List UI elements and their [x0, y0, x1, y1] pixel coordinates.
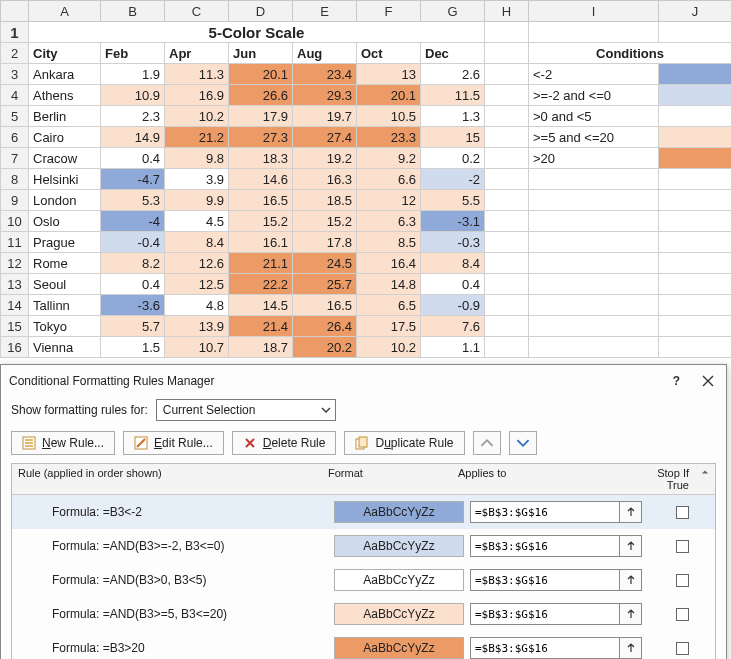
cell-value[interactable]: 3.9: [165, 169, 229, 190]
cell-value[interactable]: 6.6: [357, 169, 421, 190]
cell-city[interactable]: Cracow: [29, 148, 101, 169]
table-header[interactable]: Aug: [293, 43, 357, 64]
cell-value[interactable]: 27.4: [293, 127, 357, 148]
cell-value[interactable]: 12: [357, 190, 421, 211]
cell-value[interactable]: 8.2: [101, 253, 165, 274]
cell-value[interactable]: 9.8: [165, 148, 229, 169]
cell-value[interactable]: 26.6: [229, 85, 293, 106]
cell-value[interactable]: 18.7: [229, 337, 293, 358]
cell-value[interactable]: 1.1: [421, 337, 485, 358]
col-head[interactable]: I: [529, 1, 659, 22]
cell-value[interactable]: 14.8: [357, 274, 421, 295]
cell-value[interactable]: 16.3: [293, 169, 357, 190]
help-icon[interactable]: ?: [673, 374, 680, 388]
row-head[interactable]: 6: [1, 127, 29, 148]
row-head[interactable]: 14: [1, 295, 29, 316]
cell-value[interactable]: 16.5: [293, 295, 357, 316]
col-head[interactable]: G: [421, 1, 485, 22]
cell-value[interactable]: 27.3: [229, 127, 293, 148]
col-head[interactable]: H: [485, 1, 529, 22]
cell-city[interactable]: Vienna: [29, 337, 101, 358]
cell-value[interactable]: 5.7: [101, 316, 165, 337]
stop-if-true-checkbox[interactable]: [676, 574, 689, 587]
row-head[interactable]: 13: [1, 274, 29, 295]
cell-value[interactable]: -4.7: [101, 169, 165, 190]
cell-value[interactable]: -3.6: [101, 295, 165, 316]
select-all-corner[interactable]: [1, 1, 29, 22]
row-head[interactable]: 3: [1, 64, 29, 85]
cell-value[interactable]: -2: [421, 169, 485, 190]
cell-value[interactable]: 12.6: [165, 253, 229, 274]
cell-value[interactable]: 10.7: [165, 337, 229, 358]
table-header[interactable]: Apr: [165, 43, 229, 64]
cell-value[interactable]: 23.4: [293, 64, 357, 85]
stop-if-true-checkbox[interactable]: [676, 506, 689, 519]
cell-value[interactable]: 12.5: [165, 274, 229, 295]
cell-value[interactable]: 15.2: [229, 211, 293, 232]
cell-value[interactable]: 5.5: [421, 190, 485, 211]
cell-value[interactable]: 11.5: [421, 85, 485, 106]
cell-value[interactable]: 0.4: [421, 274, 485, 295]
cell-value[interactable]: 21.2: [165, 127, 229, 148]
row-head[interactable]: 12: [1, 253, 29, 274]
col-head[interactable]: C: [165, 1, 229, 22]
range-picker-button[interactable]: [620, 535, 642, 557]
edit-rule-button[interactable]: Edit Rule...: [123, 431, 224, 455]
row-head[interactable]: 5: [1, 106, 29, 127]
table-header[interactable]: Jun: [229, 43, 293, 64]
applies-to-input[interactable]: [470, 569, 620, 591]
table-header[interactable]: Dec: [421, 43, 485, 64]
col-head[interactable]: F: [357, 1, 421, 22]
cell-value[interactable]: 6.3: [357, 211, 421, 232]
rule-row[interactable]: Formula: =AND(B3>0, B3<5)AaBbCcYyZz: [12, 563, 715, 597]
cell-city[interactable]: Rome: [29, 253, 101, 274]
cell-value[interactable]: 8.4: [421, 253, 485, 274]
cell-city[interactable]: Tokyo: [29, 316, 101, 337]
rule-row[interactable]: Formula: =AND(B3>=-2, B3<=0)AaBbCcYyZz: [12, 529, 715, 563]
cell-value[interactable]: 11.3: [165, 64, 229, 85]
table-header[interactable]: Feb: [101, 43, 165, 64]
cell-value[interactable]: 9.9: [165, 190, 229, 211]
cell-value[interactable]: 16.4: [357, 253, 421, 274]
cell-value[interactable]: 20.2: [293, 337, 357, 358]
cell-value[interactable]: 20.1: [229, 64, 293, 85]
cell-value[interactable]: 15: [421, 127, 485, 148]
cell-value[interactable]: 8.5: [357, 232, 421, 253]
cell-value[interactable]: 1.3: [421, 106, 485, 127]
row-head[interactable]: 2: [1, 43, 29, 64]
cell-value[interactable]: 16.9: [165, 85, 229, 106]
cell-value[interactable]: 17.9: [229, 106, 293, 127]
column-header-row[interactable]: A B C D E F G H I J: [1, 1, 732, 22]
delete-rule-button[interactable]: Delete Rule: [232, 431, 337, 455]
table-header[interactable]: City: [29, 43, 101, 64]
scroll-up-icon[interactable]: [695, 464, 715, 494]
cell-value[interactable]: 6.5: [357, 295, 421, 316]
cell-value[interactable]: 1.5: [101, 337, 165, 358]
row-head[interactable]: 4: [1, 85, 29, 106]
cell-city[interactable]: Berlin: [29, 106, 101, 127]
cell-value[interactable]: 19.2: [293, 148, 357, 169]
cell-value[interactable]: -4: [101, 211, 165, 232]
move-down-button[interactable]: [509, 431, 537, 455]
cell-value[interactable]: 25.7: [293, 274, 357, 295]
cell-value[interactable]: 13: [357, 64, 421, 85]
new-rule-button[interactable]: New Rule...: [11, 431, 115, 455]
cell-value[interactable]: -0.3: [421, 232, 485, 253]
cell-city[interactable]: Tallinn: [29, 295, 101, 316]
move-up-button[interactable]: [473, 431, 501, 455]
col-head[interactable]: B: [101, 1, 165, 22]
cell-value[interactable]: 17.5: [357, 316, 421, 337]
cell-value[interactable]: 17.8: [293, 232, 357, 253]
cell-value[interactable]: 4.5: [165, 211, 229, 232]
cell-value[interactable]: 21.4: [229, 316, 293, 337]
cell-value[interactable]: 14.5: [229, 295, 293, 316]
cell-value[interactable]: 15.2: [293, 211, 357, 232]
applies-to-input[interactable]: [470, 603, 620, 625]
cell-value[interactable]: 22.2: [229, 274, 293, 295]
row-head[interactable]: 7: [1, 148, 29, 169]
spreadsheet[interactable]: A B C D E F G H I J 15-Color Scale2CityF…: [0, 0, 731, 358]
cell-value[interactable]: 18.5: [293, 190, 357, 211]
col-head[interactable]: A: [29, 1, 101, 22]
cell-value[interactable]: 18.3: [229, 148, 293, 169]
cell-value[interactable]: 10.2: [357, 337, 421, 358]
